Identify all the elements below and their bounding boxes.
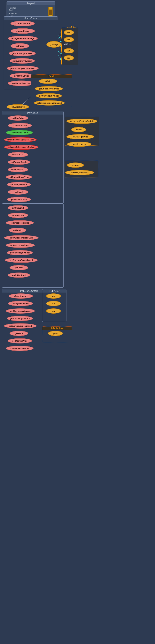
node-getcurrencyaddress-maker[interactable]: getCurrencyAddress bbox=[6, 308, 35, 314]
node-getcurrencydenominated-stable[interactable]: getCurrencyDenominated bbox=[7, 66, 39, 71]
node-setoraclequerytype[interactable]: setOracleQueryType bbox=[6, 174, 32, 180]
node-mul-change[interactable]: mul bbox=[64, 55, 74, 60]
polyusd-title: POLYUSD bbox=[42, 289, 66, 293]
node-getcurrencysymbol-stable[interactable]: getCurrencySymbol bbox=[10, 58, 35, 64]
page-container: Legend Internal Call External Call Defin… bbox=[0, 0, 155, 644]
node-getcurrencydenominated-ioracle[interactable]: getCurrencyDenominated bbox=[34, 100, 65, 106]
node-setmanualprice-stable[interactable]: setManualPrice bbox=[10, 73, 34, 79]
node-polyusd-mul[interactable]: mul bbox=[46, 308, 61, 314]
node-setoraclizetimetolerance[interactable]: setOraclizeTimeTolerance bbox=[4, 235, 39, 240]
node-sub2[interactable]: sub bbox=[64, 37, 74, 42]
legend-icon-inner bbox=[49, 10, 52, 15]
node-getprice-stable[interactable]: getPrice bbox=[11, 43, 29, 49]
node-change[interactable]: _change bbox=[46, 41, 61, 48]
node-getcurrencysymbol-poly[interactable]: getCurrencySymbol bbox=[7, 250, 33, 255]
node-setgasprice[interactable]: setGasPrice bbox=[8, 116, 28, 121]
node-constructor-poly[interactable]: <Constructor> bbox=[8, 123, 32, 128]
node-getcurrencyaddress-stable[interactable]: getCurrencyAddress bbox=[9, 50, 36, 56]
node-setfreezeoracle[interactable]: setFreezeOracle bbox=[8, 160, 30, 165]
node-polyoracle-null[interactable]: PolyOracle.null bbox=[7, 104, 29, 110]
node-callback[interactable]: __callback bbox=[8, 190, 28, 194]
node-isadminorowner[interactable]: isAdminOrOwner bbox=[6, 130, 33, 135]
node-setpolyusd[interactable]: setPOLYUSD bbox=[8, 152, 28, 157]
polyoracle-title: PolyOracle bbox=[2, 111, 63, 115]
node-setmanualprice-maker[interactable]: setManualPrice bbox=[8, 338, 32, 344]
node-constructor-maker[interactable]: <Constructor> bbox=[9, 294, 33, 299]
node-sub1[interactable]: sub bbox=[64, 30, 74, 35]
imedinaizer-section: IMedianizer peek bbox=[42, 326, 72, 342]
node-setmanualoverride-maker[interactable]: setManualOverride bbox=[6, 346, 34, 351]
node-schedulepriceupates-rolling[interactable]: schedulePriceUpdatesRolling bbox=[4, 144, 39, 150]
node-parseint[interactable]: parseInt bbox=[67, 162, 84, 168]
legend-external: External Call bbox=[9, 12, 18, 17]
node-oraclize-query[interactable]: oraclize_query bbox=[67, 142, 91, 147]
node-draincontract[interactable]: drainContract bbox=[8, 272, 30, 278]
legend-internal: Internal Call bbox=[9, 7, 18, 11]
node-getcurrencydenominated-maker[interactable]: getCurrencyDenominated bbox=[4, 323, 37, 328]
node-diff[interactable]: diff bbox=[64, 48, 74, 54]
ioracle-section: IOracle getPrice getCurrencyAddress getC… bbox=[31, 74, 72, 107]
node-getcurrencysymbol-ioracle[interactable]: getCurrencySymbol bbox=[36, 93, 62, 98]
node-getcurrencyaddress-ioracle[interactable]: getCurrencyAddress bbox=[35, 86, 63, 91]
node-setoracleurl[interactable]: setOracleURL bbox=[8, 167, 28, 172]
node-getcurrencysymbol-maker[interactable]: getCurrencySymbol bbox=[7, 316, 33, 321]
node-getprice-maker[interactable]: getPrice bbox=[10, 331, 28, 336]
polyoracle-section: PolyOracle setGasPrice <Constructor> isA… bbox=[2, 111, 64, 204]
node-constructor-stable[interactable]: <Constructor> bbox=[11, 21, 35, 26]
node-oraclize-setcustomgasprice[interactable]: oraclize_setCustomGasPrice bbox=[66, 118, 97, 124]
node-getpriceandtime[interactable]: getPriceAndTime bbox=[7, 197, 31, 202]
node-setstale-time[interactable]: setStaleTime bbox=[8, 213, 28, 218]
node-schedulepriceupates-fixed[interactable]: schedulePriceUpdatesFixed bbox=[4, 137, 37, 142]
ioracle-title: IOracle bbox=[31, 74, 72, 78]
node-changeevictpercentage[interactable]: changeEvictPercentage bbox=[8, 36, 38, 41]
imedinaizer-title: IMedianizer bbox=[42, 327, 72, 330]
legend-icon bbox=[48, 7, 53, 18]
node-setsanitybounds[interactable]: setSanityBounds bbox=[7, 182, 31, 187]
node-oraclize-cbaddress[interactable]: oraclize_cbAddress bbox=[65, 170, 94, 175]
node-oraclize-getprice[interactable]: oraclize_getPrice bbox=[66, 134, 94, 139]
node-setadmin[interactable]: setAdmin bbox=[9, 228, 26, 233]
polyoracle-section2: setGasLimit setStaleTime setIgnoreReques… bbox=[2, 204, 64, 288]
node-changeoracle[interactable]: changeOracle bbox=[11, 28, 35, 34]
node-getprice-ioracle[interactable]: getPrice bbox=[39, 79, 57, 84]
node-polyusd-add[interactable]: add bbox=[46, 294, 61, 299]
node-getcurrencydenominated-poly[interactable]: getCurrencyDenominated bbox=[5, 258, 38, 263]
stableoracle-title: StableOracle bbox=[4, 16, 58, 20]
internal-call-line bbox=[22, 14, 45, 14]
node-getcurrencyaddress-poly[interactable]: getCurrencyAddress bbox=[6, 242, 35, 248]
node-polyusd-sub[interactable]: sub bbox=[46, 301, 61, 306]
node-setignorerequestids[interactable]: setIgnoreRequestIds bbox=[6, 220, 34, 226]
legend-title: Legend bbox=[7, 2, 55, 5]
node-getprice-poly[interactable]: getPrice bbox=[10, 265, 28, 270]
newprice-label: _newPrice bbox=[66, 26, 77, 28]
node-owner[interactable]: owner bbox=[71, 127, 86, 132]
oldprice-label: _oldPrice bbox=[63, 43, 71, 46]
node-setgaslimit[interactable]: setGasLimit bbox=[8, 205, 28, 210]
node-peek[interactable]: peek bbox=[48, 331, 63, 336]
node-changemedianier[interactable]: changeMedianier bbox=[8, 301, 33, 306]
polyusd-section: POLYUSD add sub mul bbox=[42, 289, 66, 322]
